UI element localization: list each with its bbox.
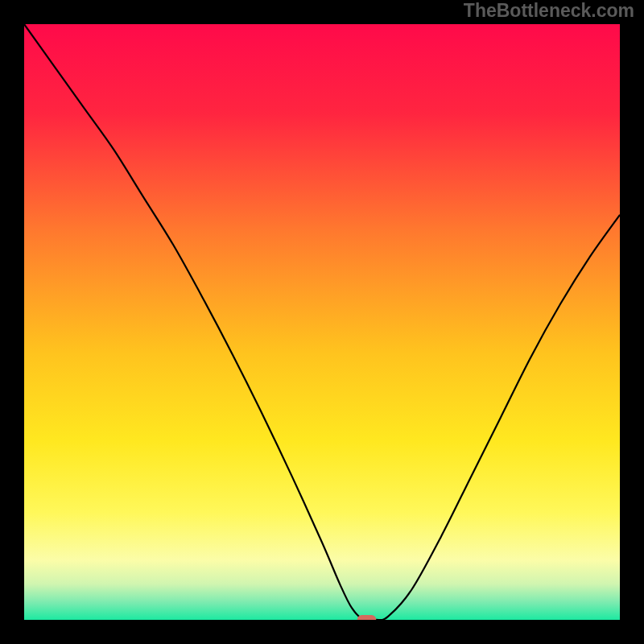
plot-area (24, 24, 620, 620)
chart-container: TheBottleneck.com (0, 0, 644, 644)
chart-background (24, 24, 620, 620)
optimal-marker (357, 615, 377, 620)
watermark-text: TheBottleneck.com (464, 0, 634, 22)
chart-svg (24, 24, 620, 620)
